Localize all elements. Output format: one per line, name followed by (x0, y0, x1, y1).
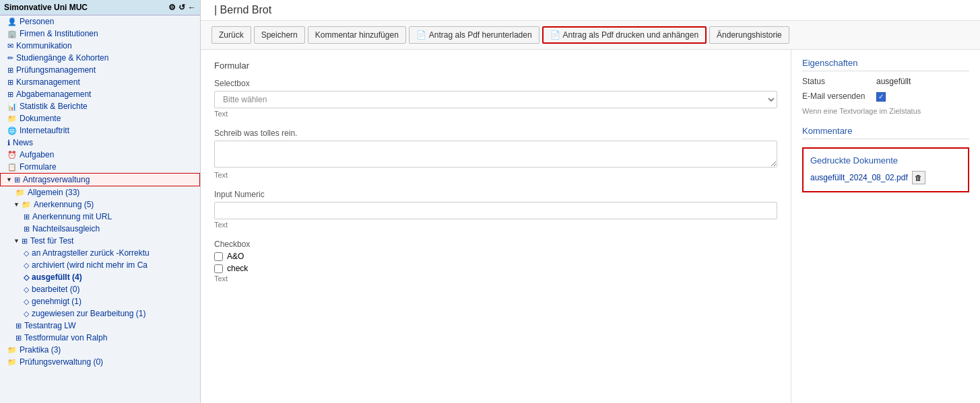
sidebar-item-aufgaben[interactable]: ⏰Aufgaben (0, 149, 200, 161)
textarea-input[interactable] (214, 141, 777, 168)
sidebar-item-abgabemanagement[interactable]: ⊞Abgabemanagement (0, 88, 200, 100)
item-label-ausgefuellt: ausgefüllt (4) (32, 272, 82, 282)
item-label-kursmanagement: Kursmanagement (16, 77, 80, 87)
status-label: Status (802, 77, 876, 86)
sidebar-item-zugewiesen[interactable]: ◇zugewiesen zur Bearbeitung (1) (0, 307, 200, 320)
checkbox-check[interactable] (214, 264, 223, 273)
toolbar: Zurück Speichern Kommentar hinzufügen 📄 … (201, 21, 980, 50)
item-icon-praktika: 📁 (7, 346, 17, 355)
checkbox-check-label: check (227, 264, 248, 273)
download-pdf-button[interactable]: 📄 Antrag als Pdf herunterladen (409, 26, 540, 44)
input-numeric-label: Input Numeric (214, 190, 777, 199)
item-label-news: News (13, 138, 33, 147)
item-label-genehmigt: genehmigt (1) (32, 297, 81, 306)
item-label-praktika: Praktika (3) (20, 345, 61, 355)
item-label-antragsverwaltung: Antragsverwaltung (23, 175, 90, 184)
selectbox-input[interactable]: Bitte wählen (214, 91, 777, 108)
sidebar-item-an-antragsteller[interactable]: ◇an Antragsteller zurück -Korrektu (0, 247, 200, 259)
item-label-formulare: Formulare (20, 162, 57, 172)
sidebar-item-bearbeitet[interactable]: ◇bearbeitet (0) (0, 283, 200, 295)
selectbox-text-label: Text (214, 110, 777, 118)
sidebar-item-genehmigt[interactable]: ◇genehmigt (1) (0, 295, 200, 307)
item-icon-personen: 👤 (7, 17, 17, 26)
icon-settings[interactable]: ⚙ (168, 3, 176, 12)
item-icon-anerkennung-url: ⊞ (24, 213, 30, 221)
sidebar-item-pruefungsverwaltung[interactable]: 📁Prüfungsverwaltung (0) (0, 356, 200, 368)
delete-doc-button[interactable]: 🗑 (912, 171, 925, 184)
sidebar-item-anerkennung-url[interactable]: ⊞Anerkennung mit URL (0, 211, 200, 223)
email-checkbox: ✓ (876, 91, 969, 102)
item-icon-pruefungsverwaltung: 📁 (7, 358, 17, 367)
textarea-label: Schreib was tolles rein. (214, 129, 777, 138)
checkbox-text-label: Text (214, 274, 777, 283)
item-icon-kursmanagement: ⊞ (7, 78, 13, 87)
sidebar-item-test-fuer-test[interactable]: ▼⊞Test für Test (0, 235, 200, 247)
content-area: Formular Selectbox Bitte wählen Text Sch… (201, 50, 980, 403)
checkbox-item-2: check (214, 264, 777, 273)
sidebar-title: Simonvative Uni MUC (4, 3, 88, 12)
icon-refresh[interactable]: ↺ (178, 3, 185, 12)
sidebar-item-kommunikation[interactable]: ✉Kommunikation (0, 40, 200, 52)
sidebar-item-studiengaenge[interactable]: ✏Studiengänge & Kohorten (0, 52, 200, 64)
sidebar: Simonvative Uni MUC ⚙ ↺ ← 👤Personen🏢Firm… (0, 0, 201, 403)
sidebar-item-allgemein[interactable]: 📁Allgemein (33) (0, 186, 200, 198)
item-label-testformular-ralph: Testformular von Ralph (24, 333, 107, 342)
sidebar-item-ausgefuellt[interactable]: ◇ausgefüllt (4) (0, 271, 200, 283)
printed-docs-box: Gedruckte Dokumente ausgefüllt_2024_08_0… (802, 147, 969, 192)
sidebar-item-testantrag-lw[interactable]: ⊞Testantrag LW (0, 320, 200, 332)
item-icon-antragsverwaltung: ⊞ (14, 176, 20, 184)
sidebar-item-antragsverwaltung[interactable]: ▼⊞Antragsverwaltung (0, 173, 200, 186)
item-icon-genehmigt: ◇ (24, 297, 29, 306)
expand-icon-test-fuer-test: ▼ (13, 237, 20, 244)
item-label-kommunikation: Kommunikation (16, 41, 72, 50)
item-label-studiengaenge: Studiengänge & Kohorten (16, 53, 108, 63)
email-row: E-Mail versenden ✓ (802, 91, 969, 102)
input-numeric-field[interactable] (214, 202, 777, 219)
sidebar-item-news[interactable]: ℹNews (0, 137, 200, 149)
sidebar-item-archiviert[interactable]: ◇archiviert (wird nicht mehr im Ca (0, 259, 200, 271)
add-comment-button[interactable]: Kommentar hinzufügen (308, 26, 406, 44)
item-icon-testantrag-lw: ⊞ (15, 322, 22, 330)
pdf-print-icon: 📄 (550, 30, 560, 40)
save-button[interactable]: Speichern (254, 26, 305, 44)
item-icon-kommunikation: ✉ (7, 42, 13, 50)
item-icon-allgemein: 📁 (15, 188, 25, 197)
item-icon-statistik: 📊 (7, 102, 17, 111)
sidebar-item-praktika[interactable]: 📁Praktika (3) (0, 344, 200, 356)
sidebar-item-testformular-ralph[interactable]: ⊞Testformular von Ralph (0, 332, 200, 344)
item-icon-ausgefuellt: ◇ (24, 273, 29, 282)
item-label-aufgaben: Aufgaben (20, 150, 54, 159)
comments-title: Kommentare (802, 126, 969, 139)
item-icon-abgabemanagement: ⊞ (7, 90, 13, 99)
sidebar-item-anerkennung[interactable]: ▼📁Anerkennung (5) (0, 198, 200, 211)
item-icon-test-fuer-test: ⊞ (22, 237, 28, 246)
sidebar-item-pruefungsmanagement[interactable]: ⊞Prüfungsmanagement (0, 64, 200, 76)
checkbox-ao[interactable] (214, 252, 223, 261)
item-icon-anerkennung: 📁 (22, 200, 31, 209)
sidebar-item-statistik[interactable]: 📊Statistik & Berichte (0, 100, 200, 112)
textarea-group: Schreib was tolles rein. Text (214, 129, 777, 179)
change-history-button[interactable]: Änderungshistorie (709, 26, 789, 44)
sidebar-header: Simonvative Uni MUC ⚙ ↺ ← (0, 0, 200, 15)
item-icon-firmen: 🏢 (7, 30, 17, 38)
sidebar-item-dokumente[interactable]: 📁Dokumente (0, 112, 200, 124)
sidebar-item-kursmanagement[interactable]: ⊞Kursmanagement (0, 76, 200, 88)
item-label-anerkennung: Anerkennung (5) (34, 200, 94, 209)
email-checkbox-icon: ✓ (876, 92, 886, 102)
item-icon-nachteilsausgleich: ⊞ (24, 225, 30, 233)
item-label-testantrag-lw: Testantrag LW (24, 321, 75, 330)
back-button[interactable]: Zurück (211, 26, 251, 44)
item-label-archiviert: archiviert (wird nicht mehr im Ca (32, 260, 148, 270)
icon-collapse[interactable]: ← (188, 3, 196, 12)
item-label-personen: Personen (20, 17, 54, 26)
item-icon-aufgaben: ⏰ (7, 151, 17, 159)
trash-icon: 🗑 (915, 174, 922, 182)
sidebar-header-icons: ⚙ ↺ ← (168, 3, 196, 12)
print-attach-pdf-button[interactable]: 📄 Antrag als Pdf drucken und anhängen (542, 26, 707, 44)
sidebar-item-internetauftritt[interactable]: 🌐Internetauftritt (0, 124, 200, 137)
main-header: | Bernd Brot (201, 0, 980, 21)
sidebar-item-firmen[interactable]: 🏢Firmen & Institutionen (0, 28, 200, 40)
sidebar-item-nachteilsausgleich[interactable]: ⊞Nachteilsausgleich (0, 223, 200, 235)
sidebar-item-formulare[interactable]: 📋Formulare (0, 161, 200, 173)
sidebar-item-personen[interactable]: 👤Personen (0, 15, 200, 28)
